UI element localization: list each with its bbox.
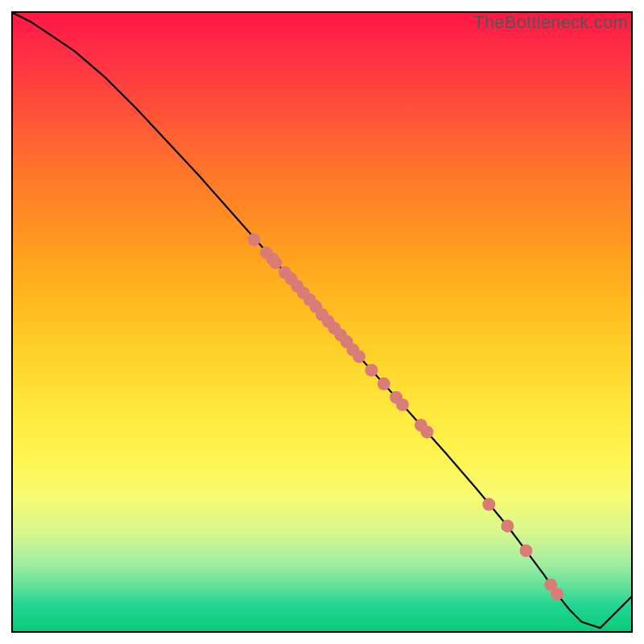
data-marker bbox=[378, 378, 390, 390]
data-marker bbox=[482, 498, 495, 511]
data-marker bbox=[551, 588, 564, 601]
chart-container: TheBottleneck.com bbox=[0, 0, 644, 644]
data-marker bbox=[396, 398, 409, 411]
marker-group bbox=[248, 233, 564, 601]
data-marker bbox=[501, 520, 514, 533]
plot-area: TheBottleneck.com bbox=[11, 11, 633, 633]
chart-svg bbox=[13, 13, 631, 631]
data-marker bbox=[365, 364, 378, 377]
data-marker bbox=[520, 544, 533, 557]
data-marker bbox=[353, 350, 365, 363]
data-marker bbox=[248, 233, 261, 246]
data-marker bbox=[421, 426, 434, 439]
data-marker bbox=[269, 256, 282, 269]
